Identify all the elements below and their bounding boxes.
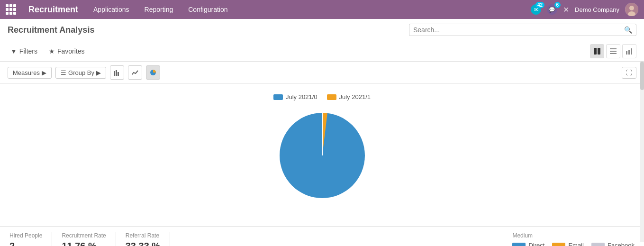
measures-label: Measures	[13, 69, 40, 76]
main-content: July 2021/0 July 2021/1	[0, 84, 644, 226]
legend-color-1	[327, 94, 336, 100]
svg-rect-11	[114, 71, 115, 76]
measures-arrow-icon: ▶	[42, 69, 46, 76]
svg-rect-5	[610, 48, 617, 49]
favorites-button[interactable]: ★ Favorites	[46, 46, 88, 56]
svg-rect-7	[610, 53, 617, 54]
chart-legend: July 2021/0 July 2021/1	[273, 93, 371, 100]
company-name: Demo Company	[575, 6, 619, 13]
subheader: Recruitment Analysis 🔍	[0, 19, 644, 41]
chat-icon[interactable]: 💬 6	[547, 4, 557, 15]
nav-reporting[interactable]: Reporting	[142, 4, 176, 15]
medium-title: Medium	[512, 232, 533, 239]
view-icons	[590, 44, 636, 58]
navbar-right: ✉ 42 💬 6 ✕ Demo Company	[531, 3, 638, 16]
filters-label: Filters	[19, 47, 37, 55]
recruitment-rate-value: 11.76 %	[62, 241, 106, 246]
notification-badge: 42	[535, 2, 544, 8]
toolbar: Measures ▶ ☰ Group By ▶ ⛶	[0, 62, 644, 84]
filters-button[interactable]: ▼ Filters	[8, 46, 40, 56]
chat-badge: 6	[554, 2, 561, 8]
recruitment-rate-label: Recruitment Rate	[62, 232, 106, 239]
medium-direct: Direct	[512, 242, 544, 246]
main-nav: Applications Reporting Configuration	[91, 4, 230, 15]
search-input[interactable]	[413, 26, 624, 34]
scrollbar-track	[640, 62, 644, 242]
nav-applications[interactable]: Applications	[91, 4, 132, 15]
svg-point-1	[629, 6, 634, 10]
email-label: Email	[568, 242, 584, 246]
navbar: Recruitment Applications Reporting Confi…	[0, 0, 644, 19]
recruitment-rate-stat: Recruitment Rate 11.76 %	[52, 232, 116, 246]
referral-rate-label: Referral Rate	[126, 232, 160, 239]
svg-rect-8	[626, 51, 627, 55]
stats-bar: Hired People 2 Recruitment Rate 11.76 % …	[0, 226, 644, 246]
search-icon[interactable]: 🔍	[624, 26, 632, 34]
bar-chart-button[interactable]	[110, 65, 124, 80]
pie-chart-button[interactable]	[146, 65, 160, 80]
medium-legend: Direct Email Facebook	[512, 242, 635, 246]
svg-rect-4	[598, 48, 600, 55]
kanban-view-button[interactable]	[590, 44, 604, 58]
svg-rect-13	[118, 72, 119, 76]
scrollbar-thumb[interactable]	[640, 62, 644, 90]
group-by-label: Group By	[68, 69, 94, 76]
medium-section: Medium Direct Email Facebook	[512, 232, 635, 246]
grid-menu-icon[interactable]	[6, 4, 16, 15]
hired-label: Hired People	[9, 232, 42, 239]
chart-view-button[interactable]	[622, 44, 636, 58]
filter-row: ▼ Filters ★ Favorites	[0, 41, 644, 62]
fullscreen-button[interactable]: ⛶	[622, 67, 636, 79]
facebook-color	[591, 243, 605, 246]
close-button[interactable]: ✕	[563, 5, 569, 14]
filter-icon: ▼	[10, 47, 17, 55]
svg-rect-9	[628, 50, 630, 55]
page-title: Recruitment Analysis	[8, 25, 94, 35]
hired-value: 2	[9, 241, 42, 246]
referral-rate-value: 33.33 %	[126, 241, 160, 246]
list-view-button[interactable]	[606, 44, 620, 58]
direct-color	[512, 243, 526, 246]
group-by-arrow-icon: ▶	[96, 69, 101, 76]
favorites-label: Favorites	[57, 47, 85, 55]
referral-rate-stat: Referral Rate 33.33 %	[116, 232, 170, 246]
email-color	[552, 243, 565, 246]
nav-configuration[interactable]: Configuration	[185, 4, 230, 15]
svg-rect-6	[610, 51, 617, 52]
legend-item-0: July 2021/0	[273, 93, 317, 100]
svg-rect-12	[116, 70, 117, 76]
svg-rect-3	[594, 48, 597, 55]
direct-label: Direct	[528, 242, 544, 246]
hired-people-stat: Hired People 2	[9, 232, 52, 246]
medium-facebook: Facebook	[591, 242, 635, 246]
notification-icon[interactable]: ✉ 42	[531, 4, 541, 15]
pie-chart	[275, 108, 370, 203]
list-icon: ☰	[61, 69, 66, 76]
svg-rect-10	[631, 48, 632, 55]
facebook-label: Facebook	[608, 242, 635, 246]
search-bar: 🔍	[409, 24, 636, 36]
measures-button[interactable]: Measures ▶	[8, 67, 52, 79]
brand-name[interactable]: Recruitment	[28, 5, 78, 15]
legend-item-1: July 2021/1	[327, 93, 371, 100]
star-icon: ★	[49, 47, 55, 55]
legend-color-0	[273, 94, 283, 100]
filter-left: ▼ Filters ★ Favorites	[8, 46, 88, 56]
avatar[interactable]	[625, 3, 638, 16]
line-chart-button[interactable]	[128, 65, 142, 80]
legend-label-1: July 2021/1	[339, 93, 371, 100]
group-by-button[interactable]: ☰ Group By ▶	[55, 67, 106, 79]
medium-email: Email	[552, 242, 584, 246]
legend-label-0: July 2021/0	[286, 93, 317, 100]
